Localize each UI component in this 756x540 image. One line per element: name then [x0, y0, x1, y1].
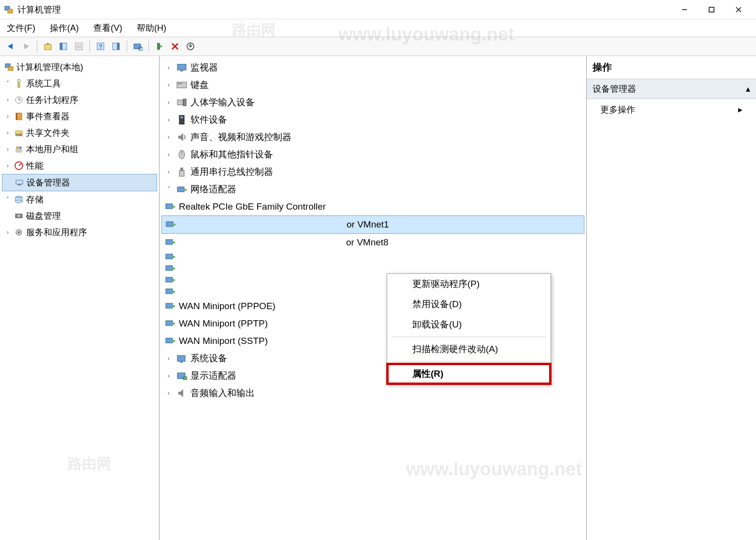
speaker-icon	[176, 387, 188, 399]
dev-realtek[interactable]: Realtek PCIe GbE Family Controller	[161, 198, 584, 215]
middle-pane: ›监视器 ›键盘 ›人体学输入设备 ›软件设备 ›声音、视频和游戏控制器 ›鼠标…	[160, 56, 587, 540]
close-button[interactable]	[725, 2, 752, 17]
dev-hidden-2[interactable]	[161, 263, 584, 274]
svg-rect-83	[166, 338, 173, 343]
context-menu: 更新驱动程序(P) 禁用设备(D) 卸载设备(U) 扫描检测硬件改动(A) 属性…	[387, 273, 551, 384]
cat-label: 声音、视频和游戏控制器	[190, 128, 291, 146]
svg-rect-88	[183, 377, 187, 380]
tree-disk-mgmt[interactable]: 磁盘管理	[2, 208, 157, 224]
svg-rect-85	[177, 355, 185, 361]
ctx-uninstall-device[interactable]: 卸载设备(U)	[387, 314, 551, 335]
tree-label: 磁盘管理	[26, 208, 61, 224]
cat-sound[interactable]: ›声音、视频和游戏控制器	[161, 128, 584, 146]
chevron-right-icon: ▸	[738, 104, 742, 115]
dev-label-tail: or VMnet8	[346, 234, 389, 251]
action-pane-button[interactable]	[109, 40, 123, 53]
svg-rect-71	[166, 254, 173, 259]
tree-shared-folders[interactable]: › 共享文件夹	[2, 125, 157, 141]
more-actions-label: 更多操作	[600, 104, 635, 115]
tree-performance[interactable]: › 性能	[2, 157, 157, 174]
help-button[interactable]: ?	[94, 40, 107, 53]
chevron-right-icon: ›	[164, 128, 173, 146]
dev-vmnet1[interactable]: or VMnet1	[161, 215, 584, 234]
tree-event-viewer[interactable]: › 事件查看器	[2, 108, 157, 125]
cat-label: 网络适配器	[190, 181, 236, 198]
svg-point-35	[16, 146, 19, 149]
chevron-right-icon: ›	[4, 141, 12, 157]
cat-hid[interactable]: ›人体学输入设备	[161, 94, 584, 111]
actions-header: 操作	[587, 56, 756, 79]
menu-help[interactable]: 帮助(H)	[134, 20, 169, 36]
svg-point-33	[16, 133, 19, 136]
cat-monitors[interactable]: ›监视器	[161, 59, 584, 76]
properties-button[interactable]	[72, 40, 86, 53]
hid-icon	[176, 97, 188, 108]
tree-label: 存储	[26, 191, 44, 208]
cat-keyboards[interactable]: ›键盘	[161, 76, 584, 94]
menu-action[interactable]: 操作(A)	[47, 20, 82, 36]
chevron-right-icon: ›	[164, 59, 173, 76]
show-hide-tree-button[interactable]	[57, 40, 70, 53]
tree-services-apps[interactable]: › 服务和应用程序	[2, 224, 157, 241]
chevron-right-icon: ›	[164, 367, 173, 384]
device-icon	[14, 177, 25, 188]
ctx-scan-hardware[interactable]: 扫描检测硬件改动(A)	[387, 339, 551, 359]
tree-label: 性能	[26, 157, 44, 174]
menu-view[interactable]: 查看(V)	[90, 20, 125, 36]
minimize-button[interactable]	[671, 2, 698, 17]
tree-root[interactable]: 计算机管理(本地)	[2, 59, 157, 75]
more-actions[interactable]: 更多操作 ▸	[587, 99, 756, 120]
tree-label: 任务计划程序	[26, 92, 78, 108]
dev-vmnet8[interactable]: or VMnet8	[161, 234, 584, 251]
toolbar-separator	[89, 41, 90, 52]
chevron-right-icon: ›	[164, 94, 173, 111]
svg-rect-73	[166, 266, 173, 270]
collapse-icon: ▴	[746, 84, 750, 94]
svg-rect-82	[172, 323, 175, 325]
svg-rect-8	[60, 43, 62, 50]
svg-rect-50	[180, 70, 183, 71]
ctx-properties[interactable]: 属性(R)	[387, 364, 551, 384]
left-pane: 计算机管理(本地) ˅ 系统工具 › 任务计划程序 › 事件查看器 › 共享文件…	[0, 56, 160, 540]
up-button[interactable]	[41, 40, 55, 53]
svg-point-34	[19, 133, 22, 136]
cat-audio-io[interactable]: ›音频输入和输出	[161, 384, 584, 402]
actions-section[interactable]: 设备管理器 ▴	[587, 79, 756, 99]
svg-point-46	[18, 215, 20, 217]
svg-rect-63	[177, 187, 184, 192]
menu-file[interactable]: 文件(F)	[4, 20, 38, 36]
tree-task-scheduler[interactable]: › 任务计划程序	[2, 92, 157, 108]
usb-icon	[176, 166, 188, 178]
back-button[interactable]	[4, 40, 17, 53]
tree-device-manager[interactable]: 设备管理器	[2, 174, 157, 191]
tree-storage[interactable]: ˅ 存储	[2, 191, 157, 208]
svg-rect-52	[178, 83, 179, 84]
uninstall-button[interactable]	[168, 40, 182, 53]
enable-device-button[interactable]	[153, 40, 166, 53]
cat-network-adapters[interactable]: ˅网络适配器	[161, 181, 584, 198]
services-icon	[14, 227, 24, 238]
update-driver-button[interactable]	[184, 40, 197, 53]
tree-system-tools[interactable]: ˅ 系统工具	[2, 75, 157, 92]
toolbar-separator	[148, 41, 149, 52]
svg-rect-72	[172, 256, 175, 258]
chevron-down-icon: ˅	[4, 191, 12, 208]
chevron-right-icon: ›	[164, 350, 173, 367]
cat-software-devices[interactable]: ›软件设备	[161, 111, 584, 128]
ctx-update-driver[interactable]: 更新驱动程序(P)	[387, 274, 551, 294]
nic-icon	[164, 286, 176, 298]
ctx-disable-device[interactable]: 禁用设备(D)	[387, 294, 551, 314]
scan-hardware-button[interactable]	[131, 40, 145, 53]
forward-button[interactable]	[19, 40, 33, 53]
cat-mouse[interactable]: ›鼠标和其他指针设备	[161, 146, 584, 163]
tree-label: 共享文件夹	[26, 125, 70, 141]
cat-usb[interactable]: ›通用串行总线控制器	[161, 163, 584, 181]
window-controls	[671, 2, 752, 17]
svg-rect-69	[166, 240, 173, 244]
cat-label: 通用串行总线控制器	[190, 163, 273, 181]
svg-rect-16	[117, 43, 119, 50]
dev-label: WAN Miniport (PPPOE)	[179, 298, 276, 315]
maximize-button[interactable]	[698, 2, 725, 17]
tree-local-users[interactable]: › 本地用户和组	[2, 141, 157, 157]
dev-hidden-1[interactable]	[161, 251, 584, 263]
